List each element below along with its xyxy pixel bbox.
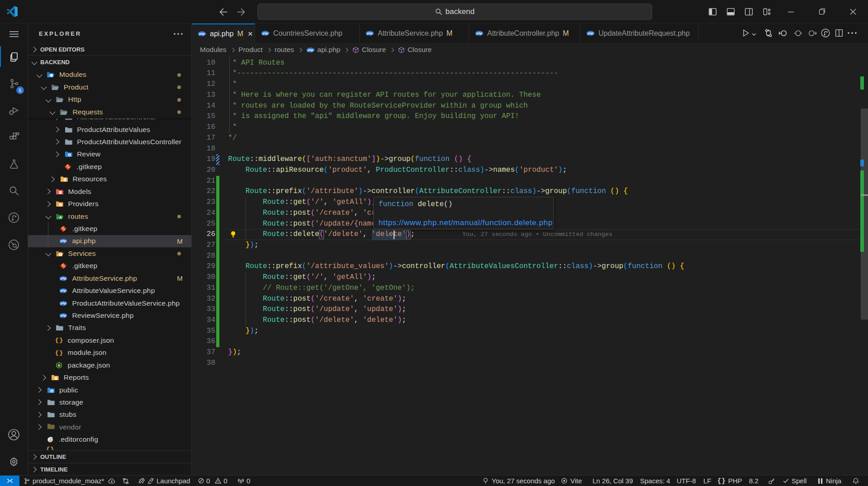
svg-text:php: php xyxy=(366,32,372,35)
svg-text:php: php xyxy=(587,32,593,35)
svg-text:php: php xyxy=(60,289,66,293)
svg-text:php: php xyxy=(60,314,66,317)
svg-text:php: php xyxy=(60,277,66,280)
svg-text:php: php xyxy=(60,302,66,305)
svg-text:php: php xyxy=(199,32,204,36)
svg-text:php: php xyxy=(307,48,313,52)
svg-text:php: php xyxy=(60,240,66,243)
svg-text:php: php xyxy=(262,32,268,35)
svg-text:php: php xyxy=(476,32,482,35)
